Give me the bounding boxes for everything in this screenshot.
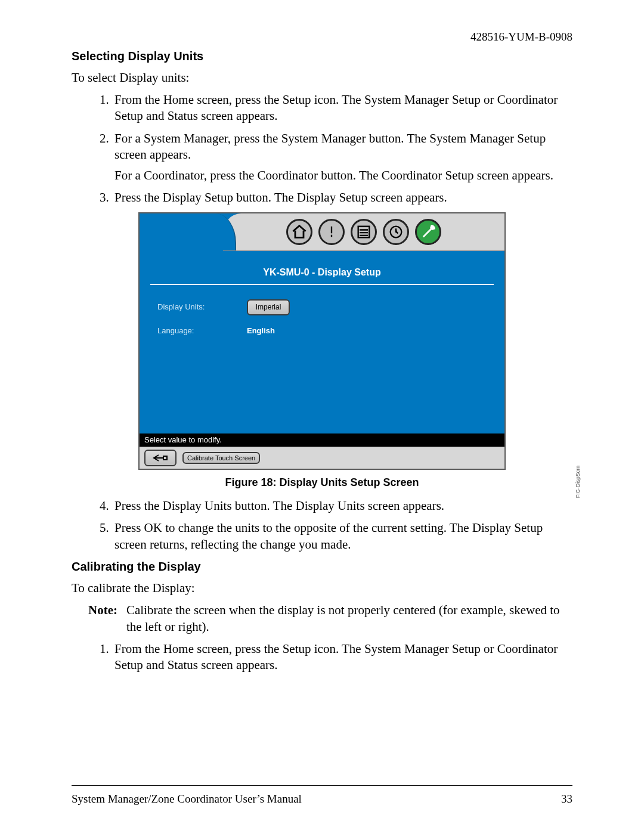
heading-calibrating-display: Calibrating the Display — [72, 559, 572, 574]
tools-icon[interactable] — [415, 219, 441, 245]
step-3: Press the Display Setup button. The Disp… — [112, 190, 572, 206]
device-bottom-bar: Calibrate Touch Screen — [140, 447, 504, 469]
label-display-units: Display Units: — [157, 302, 247, 312]
calibrate-intro: To calibrate the Display: — [72, 580, 572, 596]
step-4-text: Press the Display Units button. The Disp… — [114, 498, 444, 513]
language-value: English — [247, 326, 275, 336]
calibrate-touch-button[interactable]: Calibrate Touch Screen — [182, 452, 260, 464]
label-language: Language: — [157, 326, 247, 336]
calibrate-step-1: From the Home screen, press the Setup ic… — [112, 641, 572, 674]
home-icon[interactable] — [286, 219, 312, 245]
figure-display-setup: YK-SMU-0 - Display Setup Display Units: … — [72, 212, 572, 490]
step-1: From the Home screen, press the Setup ic… — [112, 92, 572, 125]
calibrate-touch-label: Calibrate Touch Screen — [187, 454, 255, 462]
alert-icon[interactable] — [318, 219, 345, 245]
footer-left: System Manager/Zone Coordinator User’s M… — [72, 792, 302, 807]
page-footer: System Manager/Zone Coordinator User’s M… — [72, 785, 572, 807]
step-4: Press the Display Units button. The Disp… — [112, 498, 572, 514]
step-5: Press OK to change the units to the oppo… — [112, 520, 572, 553]
document-id: 428516-YUM-B-0908 — [72, 30, 572, 45]
toolbar-tab-accent — [140, 213, 236, 250]
clock-icon[interactable] — [383, 219, 409, 245]
figure-caption: Figure 18: Display Units Setup Screen — [72, 476, 572, 490]
device-toolbar — [223, 213, 504, 251]
row-language: Language: English — [140, 324, 504, 345]
display-units-button[interactable]: Imperial — [247, 299, 290, 316]
note-row: Note: Calibrate the screen when the disp… — [72, 602, 572, 635]
back-button[interactable] — [144, 450, 177, 466]
figure-side-label: FIG-DispScrn — [575, 466, 582, 498]
calibrate-step-1-text: From the Home screen, press the Setup ic… — [114, 642, 558, 672]
title-underline — [150, 284, 494, 285]
row-display-units: Display Units: Imperial — [140, 297, 504, 324]
step-2: For a System Manager, press the System M… — [112, 131, 572, 184]
status-bar: Select value to modify. — [140, 433, 504, 447]
step-2b-text: For a Coordinator, press the Coordinator… — [114, 168, 572, 184]
note-text: Calibrate the screen when the display is… — [126, 602, 572, 635]
footer-page-number: 33 — [561, 792, 572, 807]
step-1-text: From the Home screen, press the Setup ic… — [114, 92, 558, 123]
screen-title: YK-SMU-0 - Display Setup — [140, 251, 504, 284]
step-2a-text: For a System Manager, press the System M… — [114, 131, 546, 162]
heading-selecting-display-units: Selecting Display Units — [72, 48, 572, 64]
step-3-text: Press the Display Setup button. The Disp… — [114, 190, 447, 205]
device-screen: YK-SMU-0 - Display Setup Display Units: … — [138, 212, 506, 470]
step-5-text: Press OK to change the units to the oppo… — [114, 521, 543, 551]
note-label: Note: — [88, 602, 126, 635]
intro-text: To select Display units: — [72, 70, 572, 86]
schedule-list-icon[interactable] — [351, 219, 377, 245]
